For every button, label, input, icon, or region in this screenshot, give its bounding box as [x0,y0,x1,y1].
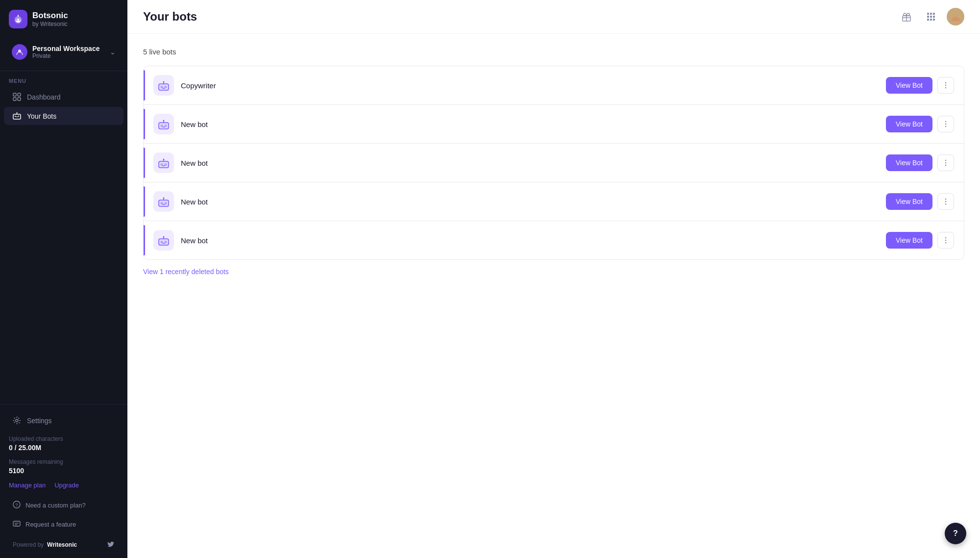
bot-row: Copywriter View Bot [144,66,964,105]
logo-area: Botsonic by Writesonic [0,0,127,36]
messages-label: Messages remaining [9,458,119,465]
view-bot-button[interactable]: View Bot [886,154,932,171]
svg-rect-35 [933,19,935,21]
more-options-button[interactable] [937,193,954,210]
svg-rect-85 [159,239,169,245]
gift-icon-button[interactable] [898,8,915,25]
bot-name: New bot [181,236,886,245]
dashboard-icon [13,93,21,101]
bot-actions: View Bot [886,193,954,210]
powered-by: Powered by Writesonic [9,534,119,551]
view-bot-button[interactable]: View Bot [886,193,932,210]
bot-actions: View Bot [886,116,954,132]
content-body: 5 live bots Copywriter View Bot [127,34,980,558]
svg-point-48 [945,87,947,89]
bots-list: Copywriter View Bot [143,66,964,260]
svg-point-79 [163,198,165,199]
svg-rect-8 [13,93,16,96]
live-bots-count: 5 live bots [143,48,964,56]
settings-label: Settings [27,417,52,425]
svg-point-91 [163,236,165,238]
app-tagline: by Writesonic [32,21,68,27]
settings-item[interactable]: Settings [9,411,119,430]
svg-rect-34 [930,19,932,21]
view-bot-button[interactable]: View Bot [886,77,932,94]
custom-plan-item[interactable]: ? Need a custom plan? [9,496,119,515]
svg-point-44 [161,87,162,88]
characters-label: Uploaded characters [9,435,119,442]
svg-point-57 [165,126,166,127]
view-bot-button[interactable]: View Bot [886,232,932,249]
bot-icon-wrap [153,230,174,251]
svg-point-95 [945,240,947,241]
more-options-button[interactable] [937,232,954,249]
more-options-button[interactable] [937,154,954,171]
svg-point-3 [16,20,17,21]
svg-point-47 [945,85,947,86]
svg-rect-30 [927,16,929,18]
app-name: Botsonic [32,11,68,21]
svg-rect-33 [927,19,929,21]
svg-point-68 [161,164,162,165]
sidebar-item-dashboard[interactable]: Dashboard [4,88,123,106]
svg-point-60 [945,126,947,127]
more-options-button[interactable] [937,77,954,94]
svg-point-69 [165,164,166,165]
svg-rect-11 [18,98,21,101]
svg-point-96 [945,242,947,244]
manage-plan-link[interactable]: Manage plan [9,482,46,489]
bot-row: New bot View Bot [144,144,964,182]
svg-point-67 [163,159,165,160]
custom-plan-icon: ? [13,501,21,510]
dashboard-label: Dashboard [27,93,61,101]
menu-section-label: MENU [0,71,127,87]
twitter-icon[interactable] [107,540,115,549]
settings-icon [13,416,21,425]
grid-icon-button[interactable] [922,8,940,25]
svg-rect-9 [18,93,21,96]
help-icon: ? [953,529,958,538]
svg-point-83 [945,201,947,203]
request-feature-item[interactable]: Request a feature [9,515,119,534]
more-options-button[interactable] [937,116,954,132]
your-bots-label: Your Bots [27,112,56,120]
svg-rect-61 [159,161,169,168]
bot-icon-wrap [153,75,174,96]
deleted-bots-link[interactable]: View 1 recently deleted bots [143,268,229,276]
nav-items: Dashboard Your Bots [0,87,127,126]
svg-point-43 [163,81,165,83]
svg-point-17 [17,112,18,113]
svg-point-56 [161,126,162,127]
sidebar-item-your-bots[interactable]: Your Bots [4,107,123,125]
bot-row: New bot View Bot [144,221,964,259]
user-avatar[interactable] [947,8,964,25]
svg-point-2 [16,19,21,23]
svg-text:?: ? [15,503,18,507]
logo-icon [9,10,27,28]
bot-icon-wrap [153,152,174,173]
svg-rect-10 [13,98,16,101]
feature-icon [13,520,21,529]
workspace-selector[interactable]: Personal Workspace Private ⌄ [7,40,121,64]
bot-name: New bot [181,198,886,206]
svg-point-71 [945,162,947,164]
sidebar-bottom: Settings Uploaded characters 0 / 25.00M … [0,404,127,558]
svg-rect-31 [930,16,932,18]
chevron-down-icon: ⌄ [110,48,116,56]
svg-rect-27 [927,13,929,15]
powered-by-prefix: Powered by [13,541,44,548]
view-bot-button[interactable]: View Bot [886,116,932,132]
svg-rect-13 [15,116,16,117]
bot-row: New bot View Bot [144,182,964,221]
svg-point-92 [161,242,162,243]
topbar: Your bots [127,0,980,34]
svg-point-84 [945,203,947,205]
help-button[interactable]: ? [945,523,966,544]
upgrade-link[interactable]: Upgrade [54,482,79,489]
bot-actions: View Bot [886,232,954,249]
plan-links: Manage plan Upgrade [9,482,119,489]
characters-value: 0 / 25.00M [9,444,119,452]
svg-point-81 [165,203,166,204]
messages-remaining-block: Messages remaining 5100 [9,458,119,475]
bot-name: New bot [181,159,886,167]
